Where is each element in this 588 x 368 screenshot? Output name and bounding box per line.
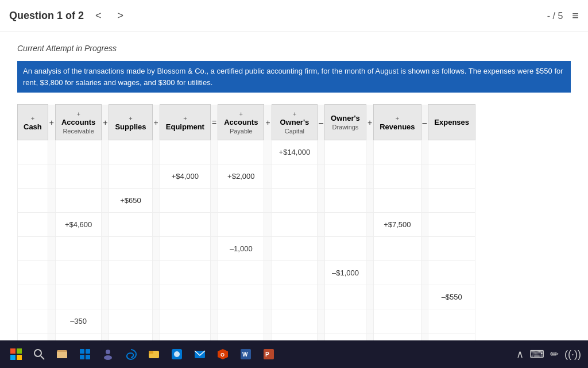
table-cell [218,309,264,334]
table-cell [152,334,160,341]
table-cell [152,140,160,164]
taskbar-left: O W P [7,345,278,363]
word-icon[interactable]: W [237,345,255,363]
table-cell [272,334,318,341]
table-cell [324,140,366,164]
table-cell [421,189,428,213]
top-bar-left: Question 1 of 2 < > [9,7,128,24]
table-cell [264,309,272,334]
next-button[interactable]: > [113,7,129,24]
table-cell [374,189,421,213]
table-row: –3,800 [18,334,475,341]
svg-line-5 [41,356,44,359]
table-cell [218,261,264,285]
table-cell [318,237,325,261]
table-cell [102,309,109,334]
table-cell [160,334,210,341]
table-cell [48,334,55,341]
svg-point-17 [174,351,180,357]
table-cell [272,309,318,334]
table-cell [366,285,373,309]
table-container: + Cash + + Accounts Receivable + + Suppl… [17,104,571,340]
table-cell [152,237,160,261]
explorer-icon[interactable] [145,345,163,363]
table-cell [48,237,55,261]
table-cell: +$7,500 [374,213,421,237]
windows-icon[interactable] [7,345,25,363]
pen-icon[interactable]: ✏ [550,348,559,361]
powerpoint-icon[interactable]: P [260,345,278,363]
table-cell [318,189,325,213]
table-cell [48,189,55,213]
table-cell [210,164,218,189]
svg-rect-7 [57,352,67,358]
table-cell: –3,800 [428,334,475,341]
table-row: +$4,000+$2,000 [18,164,475,189]
table-cell [366,140,373,164]
list-icon[interactable]: ≡ [572,9,579,22]
svg-text:P: P [265,351,269,358]
table-cell [428,140,475,164]
keyboard-icon[interactable]: ⌨ [529,348,544,361]
col-expenses: Expenses [428,105,475,140]
table-cell: –$550 [428,285,475,309]
search-icon[interactable] [30,345,48,363]
table-cell [55,334,101,341]
op-minus-1: – [318,105,325,140]
table-cell [324,189,366,213]
table-cell [264,189,272,213]
table-cell [374,285,421,309]
table-cell [55,140,101,164]
email-icon[interactable] [191,345,209,363]
table-cell: –$1,000 [324,261,366,285]
table-cell [428,309,475,334]
table-cell [318,334,325,341]
svg-rect-2 [10,355,16,360]
prev-button[interactable]: < [91,7,106,24]
table-cell [18,140,48,164]
main-content: Current Attempt in Progress An analysis … [0,32,588,340]
table-cell [18,213,48,237]
table-cell: +$650 [109,189,152,213]
svg-rect-3 [17,355,22,360]
office-icon[interactable]: O [214,345,232,363]
table-cell [48,164,55,189]
taskbar: O W P ∧ ⌨ ✏ ((·)) [0,340,588,368]
table-cell [324,237,366,261]
col-owners-capital: + Owner's Capital [272,105,318,140]
table-cell [55,285,101,309]
table-cell [428,237,475,261]
attempt-label: Current Attempt in Progress [17,44,571,53]
col-equipment: + Equipment [160,105,210,140]
table-cell [318,140,325,164]
store-icon[interactable] [76,345,94,363]
photos-icon[interactable] [168,345,186,363]
score-label: - / 5 [547,11,563,21]
table-cell [160,189,210,213]
svg-rect-9 [86,349,90,354]
svg-rect-8 [80,349,84,354]
table-cell [109,334,152,341]
table-cell [109,213,152,237]
table-row: +$14,000 [18,140,475,164]
svg-rect-10 [80,355,84,359]
table-cell [109,285,152,309]
svg-point-4 [34,350,41,356]
teams-icon[interactable] [99,345,117,363]
table-cell [152,189,160,213]
table-cell [210,189,218,213]
chevron-icon[interactable]: ∧ [516,348,524,361]
taskbar-right: ∧ ⌨ ✏ ((·)) [516,348,581,361]
table-cell [324,334,366,341]
table-cell [324,213,366,237]
wifi-icon[interactable]: ((·)) [564,348,581,361]
col-supplies: + Supplies [109,105,152,140]
table-row: +$650 [18,189,475,213]
table-cell [272,164,318,189]
table-cell [218,334,264,341]
table-cell [374,309,421,334]
edge-icon[interactable] [122,345,140,363]
files-icon[interactable] [53,345,71,363]
table-cell [109,164,152,189]
table-cell [210,309,218,334]
